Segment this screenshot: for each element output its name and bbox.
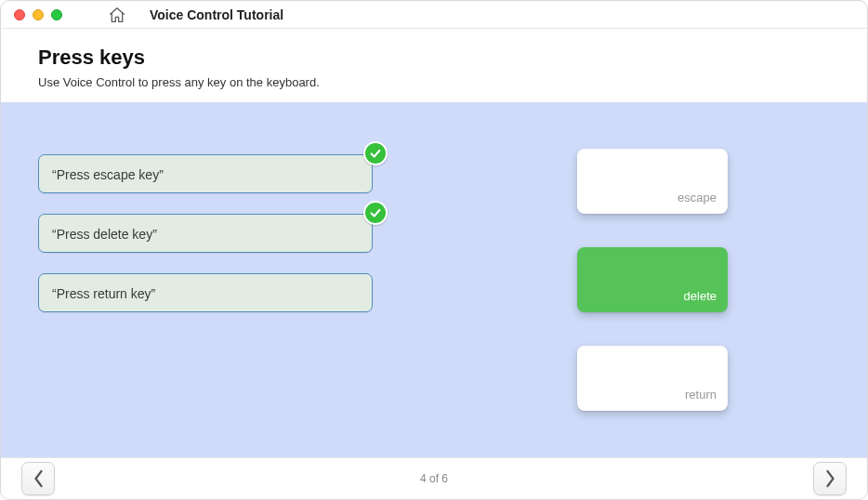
key-label: escape	[677, 191, 717, 204]
page-title: Press keys	[38, 46, 830, 70]
command-bubble: “Press escape key”	[38, 154, 373, 193]
home-button[interactable]	[103, 3, 131, 27]
command-list: “Press escape key” “Press delete key” “P…	[38, 154, 375, 312]
close-icon[interactable]	[14, 9, 25, 20]
key-escape: escape	[577, 149, 728, 214]
checkmark-icon	[363, 141, 388, 165]
footer-bar: 4 of 6	[1, 457, 867, 499]
titlebar: Voice Control Tutorial	[1, 1, 867, 29]
command-bubble: “Press delete key”	[38, 214, 373, 253]
key-preview-stack: escape delete return	[577, 149, 728, 411]
chevron-left-icon	[33, 469, 45, 488]
zoom-icon[interactable]	[51, 9, 62, 20]
key-return: return	[577, 346, 728, 411]
page-indicator: 4 of 6	[420, 472, 448, 485]
key-label: delete	[684, 289, 717, 303]
command-item-escape: “Press escape key”	[38, 154, 375, 193]
window-controls	[14, 9, 62, 20]
page-header: Press keys Use Voice Control to press an…	[1, 29, 867, 102]
content-panel: “Press escape key” “Press delete key” “P…	[1, 102, 867, 457]
checkmark-icon	[363, 201, 388, 225]
next-page-button[interactable]	[813, 462, 847, 495]
minimize-icon[interactable]	[33, 9, 44, 20]
window-title: Voice Control Tutorial	[150, 7, 283, 22]
command-bubble: “Press return key”	[38, 273, 373, 312]
key-delete: delete	[577, 247, 728, 312]
key-label: return	[685, 388, 717, 401]
prev-page-button[interactable]	[21, 462, 55, 495]
page-subtitle: Use Voice Control to press any key on th…	[38, 75, 830, 89]
command-item-delete: “Press delete key”	[38, 214, 375, 253]
command-item-return: “Press return key”	[38, 273, 375, 312]
chevron-right-icon	[824, 469, 836, 488]
house-icon	[108, 7, 126, 23]
tutorial-window: Voice Control Tutorial Press keys Use Vo…	[0, 0, 868, 500]
